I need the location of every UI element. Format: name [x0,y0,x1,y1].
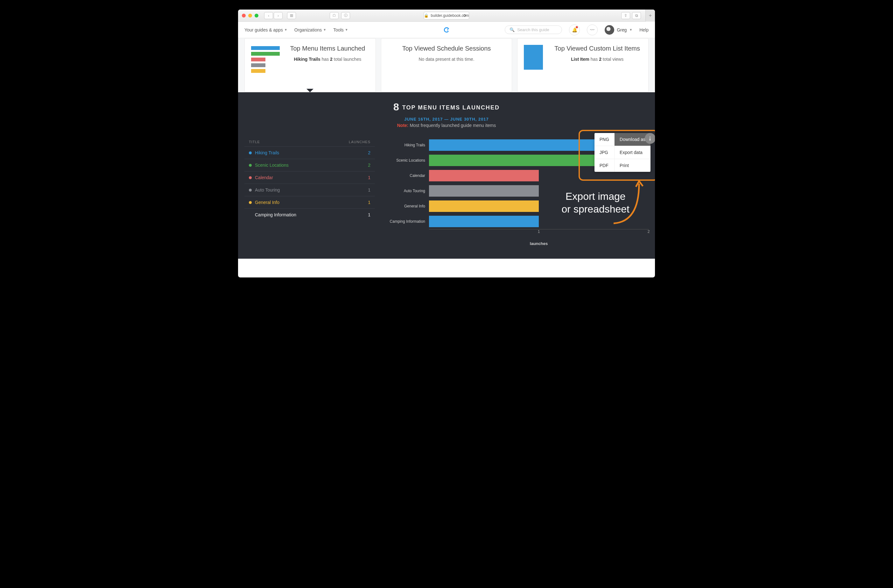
chart-bar[interactable] [429,185,539,197]
menu-tools[interactable]: Tools▼ [333,27,348,32]
address-bar[interactable]: 🔒 builder.guidebook.com ⟳ [424,12,469,20]
axis-tick: 2 [648,229,650,234]
legend-dot [249,189,252,191]
info-icon[interactable]: ⓘ [341,12,350,19]
tabs-icon[interactable]: ⧉ [632,12,641,19]
table-row[interactable]: Camping Information1 [244,209,375,221]
svg-point-0 [447,29,448,30]
chevron-down-icon: ▼ [345,28,348,32]
chart-row: Camping Information [385,214,649,229]
row-label: Auto Touring [255,187,280,192]
chevron-down-icon: ▼ [284,28,287,32]
card-top-schedule[interactable]: Top Viewed Schedule Sessions No data pre… [381,38,513,92]
back-button[interactable]: ‹ [264,12,273,19]
avatar [605,25,614,35]
card-top-list-items[interactable]: Top Viewed Custom List Items List Item h… [517,38,649,92]
brand-logo [443,26,450,33]
chart-bar[interactable] [429,200,539,212]
row-value: 1 [368,200,370,205]
lock-icon: 🔒 [424,14,429,18]
bar-label: Hiking Trails [385,143,425,147]
bar-label: Calendar [385,173,425,178]
reload-icon[interactable]: ⟳ [463,14,466,18]
row-label: Calendar [255,175,273,180]
x-axis-label: launches [429,241,649,246]
row-value: 2 [368,162,370,168]
forward-button[interactable]: › [274,12,283,19]
card-top-menu-items[interactable]: Top Menu Items Launched Hiking Trails ha… [244,38,376,92]
table-row[interactable]: Auto Touring1 [244,184,375,196]
legend-dot [249,164,252,167]
mini-bars [251,45,280,73]
card-title: Top Menu Items Launched [286,45,369,52]
legend-dot [249,201,252,204]
bar-chart: Hiking TrailsScenic LocationsCalendarAut… [385,137,649,246]
close-window-button[interactable] [242,14,246,18]
row-value: 1 [368,187,370,192]
app-header: Your guides & apps▼ Organizations▼ Tools… [238,22,655,38]
notification-badge [576,26,578,28]
th-launches: LAUNCHES [349,140,370,144]
export-action[interactable]: Export data [615,146,651,159]
export-action[interactable]: Print [615,159,651,172]
activity-button[interactable]: 〰 [587,24,598,35]
export-format-jpg[interactable]: JPG [594,146,614,159]
card-text: No data present at this time. [388,57,506,62]
card-title: Top Viewed Custom List Items [552,45,642,52]
card-text: Hiking Trails has 2 total launches [286,57,369,62]
row-value: 2 [368,150,370,155]
row-label: General Info [255,200,280,205]
mini-bar [251,57,265,62]
mini-bar [251,69,265,73]
help-link[interactable]: Help [639,27,649,32]
search-icon: 🔍 [510,27,515,32]
search-input[interactable]: 🔍 Search this guide [505,26,562,34]
mini-bar [251,63,265,67]
summary-cards: Top Menu Items Launched Hiking Trails ha… [238,38,655,92]
card-text: List Item has 2 total views [552,57,642,62]
minimize-window-button[interactable] [248,14,252,18]
notifications-button[interactable]: 🔔 [569,24,580,35]
mini-bar [251,52,280,56]
download-icon: ⭳ [648,135,653,141]
bar-label: Camping Information [385,219,425,224]
row-label: Scenic Locations [255,162,289,168]
table-row[interactable]: Calendar1 [244,171,375,184]
table-row[interactable]: General Info1 [244,196,375,209]
chevron-down-icon: ▼ [323,28,326,32]
export-format-pdf[interactable]: PDF [594,159,614,172]
zoom-window-button[interactable] [255,14,259,18]
sidebar-button[interactable]: ▥ [287,12,296,19]
axis-tick: 1 [538,229,540,234]
date-range: JUNE 16TH, 2017 — JUNE 30TH, 2017 [244,117,649,122]
table-row[interactable]: Hiking Trails2 [244,147,375,159]
menu-organizations[interactable]: Organizations▼ [295,27,326,32]
chart-bar[interactable] [429,216,539,227]
bar-label: Scenic Locations [385,158,425,162]
export-format-png[interactable]: PNG [594,133,614,146]
row-value: 1 [368,212,370,217]
share-icon[interactable]: ⇪ [621,12,630,19]
download-button[interactable]: ⭳ [645,133,655,144]
table-row[interactable]: Scenic Locations2 [244,159,375,171]
detail-title: 8TOP MENU ITEMS LAUNCHED [244,101,649,113]
legend-dot [249,152,252,154]
annotation-text: Export imageor spreadsheet [562,190,630,215]
mini-square [524,45,543,70]
browser-window: ‹ › ▥ ☖ ⓘ 🔒 builder.guidebook.com ⟳ ⇪ ⧉ … [238,9,655,277]
card-title: Top Viewed Schedule Sessions [388,45,506,52]
activity-icon: 〰 [590,27,594,32]
user-menu[interactable]: Greg ▼ [605,25,632,35]
new-tab-button[interactable]: + [645,9,655,22]
chart-bar[interactable] [429,170,539,181]
launches-table: TITLE LAUNCHES Hiking Trails2Scenic Loca… [244,137,375,246]
row-label: Camping Information [255,212,296,217]
th-title: TITLE [249,140,260,144]
menu-guides[interactable]: Your guides & apps▼ [244,27,287,32]
detail-panel: 8TOP MENU ITEMS LAUNCHED JUNE 16TH, 2017… [238,92,655,259]
export-menu: PNGJPGPDF Download asExport dataPrint [594,133,651,172]
privacy-icon[interactable]: ☖ [330,12,338,19]
row-value: 1 [368,175,370,180]
bar-label: General Info [385,204,425,208]
window-controls [242,14,259,18]
